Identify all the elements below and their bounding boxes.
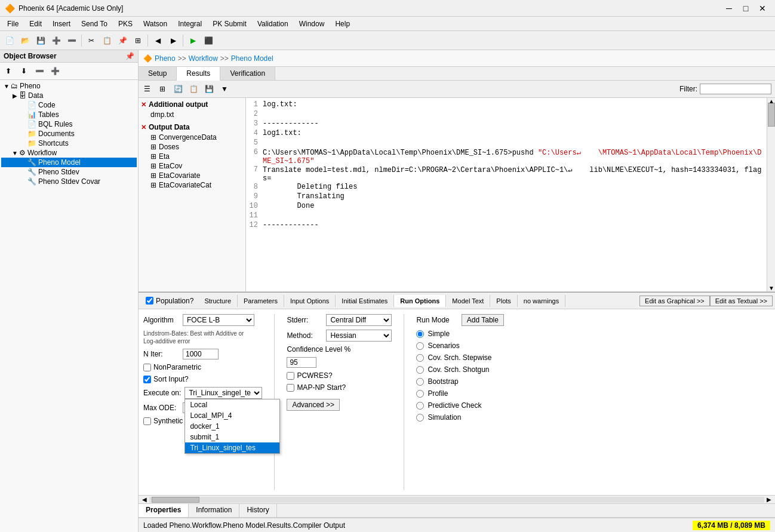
tab-plots[interactable]: Plots xyxy=(490,295,517,307)
doses[interactable]: ⊞Doses xyxy=(149,142,244,152)
pcwres-checkbox[interactable] xyxy=(287,372,294,380)
toolbar-back[interactable]: ◀ xyxy=(150,33,165,48)
ob-up[interactable]: ⬆ xyxy=(1,64,16,78)
tree-node-bql-rules[interactable]: 📄BQL Rules xyxy=(1,119,137,129)
radio-simulation[interactable] xyxy=(416,414,424,422)
toolbar-run[interactable]: ▶ xyxy=(186,33,200,48)
advanced-button[interactable]: Advanced >> xyxy=(287,399,340,411)
radio-cov-stepwise[interactable] xyxy=(416,354,424,362)
eta-covariate-cat[interactable]: ⊞EtaCovariateCat xyxy=(149,180,244,190)
radio-predictive[interactable] xyxy=(416,402,424,410)
tree-node-pheno-model[interactable]: 🔧Pheno Model xyxy=(1,158,137,167)
status-tab-history[interactable]: History xyxy=(239,504,276,517)
tree-node-pheno-stdev-covar[interactable]: 🔧Pheno Stdev Covar xyxy=(1,177,137,186)
tree-node-code[interactable]: 📄Code xyxy=(1,100,137,110)
radio-scenarios[interactable] xyxy=(416,342,424,350)
code-editor[interactable]: 1 log.txt: 2 3 ------------- 4 log1.txt: xyxy=(246,98,767,291)
menu-integral[interactable]: Integral xyxy=(173,19,207,29)
toolbar-copy[interactable]: 📋 xyxy=(100,33,114,48)
filter-input[interactable] xyxy=(700,84,771,94)
toolbar-paste[interactable]: 📌 xyxy=(115,33,130,48)
etacov[interactable]: ⊞EtaCov xyxy=(149,161,244,171)
radio-simple[interactable] xyxy=(416,330,424,338)
confidence-input[interactable] xyxy=(287,357,316,368)
radio-cov-shotgun[interactable] xyxy=(416,366,424,374)
toolbar-stop[interactable]: ⬛ xyxy=(201,33,216,48)
horizontal-scrollbar[interactable]: ◀ ▶ xyxy=(139,495,775,503)
tree-node-pheno[interactable]: ▼🗂Pheno xyxy=(1,81,137,91)
menu-validation[interactable]: Validation xyxy=(253,19,293,29)
eta-covariate[interactable]: ⊞EtaCovariate xyxy=(149,171,244,180)
menu-pk-submit[interactable]: PK Submit xyxy=(208,19,251,29)
option-local[interactable]: Local xyxy=(185,399,279,410)
edit-textual-button[interactable]: Edit as Textual >> xyxy=(710,296,773,306)
tab-initial-estimates[interactable]: Initial Estimates xyxy=(336,295,394,307)
ob-expand[interactable]: ➕ xyxy=(48,64,62,78)
code-scrollbar[interactable]: ▲ ▼ xyxy=(767,98,775,291)
menu-watson[interactable]: Watson xyxy=(139,19,172,29)
radio-profile[interactable] xyxy=(416,390,424,398)
population-checkbox[interactable] xyxy=(146,297,153,305)
menu-insert[interactable]: Insert xyxy=(48,19,75,29)
tree-node-pheno-stdev[interactable]: 🔧Pheno Stdev xyxy=(1,167,137,177)
ed-grid[interactable]: ⊞ xyxy=(155,82,170,96)
sort-input-checkbox[interactable] xyxy=(143,376,151,383)
toolbar-cut[interactable]: ✂ xyxy=(84,33,99,48)
close-button[interactable]: ✕ xyxy=(755,2,770,14)
map-np-checkbox[interactable] xyxy=(287,384,294,392)
edit-graphical-button[interactable]: Edit as Graphical >> xyxy=(639,296,710,306)
tab-results[interactable]: Results xyxy=(177,67,220,81)
breadcrumb-workflow[interactable]: Workflow xyxy=(189,54,218,63)
convergence-data[interactable]: ⊞ConvergenceData xyxy=(149,133,244,142)
minimize-button[interactable]: ─ xyxy=(721,2,737,14)
eta[interactable]: ⊞Eta xyxy=(149,152,244,161)
tree-node-documents[interactable]: 📁Documents xyxy=(1,129,137,139)
nonparametric-checkbox[interactable] xyxy=(143,364,151,371)
option-submit[interactable]: submit_1 xyxy=(185,432,279,442)
dmp-txt[interactable]: dmp.txt xyxy=(149,110,244,119)
tab-setup[interactable]: Setup xyxy=(139,67,177,80)
ed-refresh[interactable]: 🔄 xyxy=(171,82,185,96)
toolbar-forward[interactable]: ▶ xyxy=(166,33,180,48)
maximize-button[interactable]: □ xyxy=(738,2,754,14)
radio-bootstrap[interactable] xyxy=(416,378,424,386)
breadcrumb-pheno-model[interactable]: Pheno Model xyxy=(231,54,273,63)
menu-window[interactable]: Window xyxy=(294,19,330,29)
status-tab-properties[interactable]: Properties xyxy=(139,504,189,517)
ed-down-arrow[interactable]: ▼ xyxy=(217,82,232,96)
add-table-button[interactable]: Add Table xyxy=(462,314,504,326)
synthetic-checkbox[interactable] xyxy=(143,417,151,425)
tab-model-text[interactable]: Model Text xyxy=(446,295,490,307)
tab-structure[interactable]: Structure xyxy=(198,295,238,307)
menu-help[interactable]: Help xyxy=(330,19,355,29)
menu-file[interactable]: File xyxy=(2,19,23,29)
algorithm-select[interactable]: FOCE L-B FOCE FO SAEM xyxy=(183,314,254,326)
stderr-select[interactable]: Central Diff Forward Diff None xyxy=(326,314,392,326)
toolbar-add[interactable]: ➕ xyxy=(49,33,63,48)
menu-send-to[interactable]: Send To xyxy=(76,19,112,29)
breadcrumb-pheno[interactable]: Pheno xyxy=(155,54,176,63)
n-iter-input[interactable] xyxy=(183,349,219,359)
toolbar-grid[interactable]: ⊞ xyxy=(131,33,145,48)
menu-edit[interactable]: Edit xyxy=(24,19,47,29)
execute-on-select[interactable]: Local Local_MPI_4 docker_1 submit_1 Tri_… xyxy=(184,387,262,399)
ob-down[interactable]: ⬇ xyxy=(17,64,31,78)
option-local-mpi[interactable]: Local_MPI_4 xyxy=(185,410,279,421)
option-docker[interactable]: docker_1 xyxy=(185,421,279,432)
tab-verification[interactable]: Verification xyxy=(220,67,275,80)
ed-copy[interactable]: 📋 xyxy=(186,82,201,96)
tab-run-options[interactable]: Run Options xyxy=(394,295,446,307)
ob-collapse[interactable]: ➖ xyxy=(32,64,47,78)
toolbar-new[interactable]: 📄 xyxy=(2,33,17,48)
menu-pks[interactable]: PKS xyxy=(113,19,137,29)
option-tri-linux[interactable]: Tri_Linux_singel_tes xyxy=(185,442,279,453)
tab-no-warnings[interactable]: no warnings xyxy=(518,295,565,307)
tree-node-shortcuts[interactable]: 📁Shortcuts xyxy=(1,139,137,148)
toolbar-save[interactable]: 💾 xyxy=(33,33,48,48)
tree-node-workflow[interactable]: ▼⚙Workflow xyxy=(1,148,137,158)
tree-node-data[interactable]: ▶🗄Data xyxy=(1,91,137,100)
ed-list[interactable]: ☰ xyxy=(140,82,154,96)
toolbar-remove[interactable]: ➖ xyxy=(64,33,79,48)
tab-parameters[interactable]: Parameters xyxy=(238,295,284,307)
status-tab-information[interactable]: Information xyxy=(189,504,239,517)
